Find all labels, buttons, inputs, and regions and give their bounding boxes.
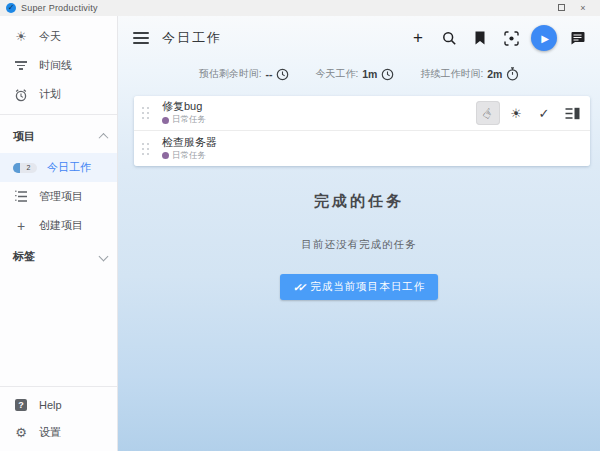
add-task-button[interactable]: + <box>407 27 429 49</box>
project-badge: 2 <box>13 163 37 173</box>
sidebar-item-today-work[interactable]: 2 今日工作 <box>0 153 117 182</box>
header-toolbar: + <box>407 25 588 51</box>
task-tags: 日常任务 <box>162 114 476 126</box>
time-stats-bar: 预估剩余时间: -- 今天工作: 1m 持续工作时间: 2m <box>118 62 600 86</box>
sidebar-item-today[interactable]: ☀ 今天 <box>0 22 117 51</box>
close-button[interactable]: × <box>572 3 594 13</box>
check-icon: ✓ <box>539 106 550 121</box>
completed-tasks-empty-text: 目前还没有完成的任务 <box>118 238 600 252</box>
tag-color-dot <box>162 152 169 159</box>
section-label: 标签 <box>13 249 100 264</box>
sidebar-item-label: 今日工作 <box>47 160 91 175</box>
page-title: 今日工作 <box>162 29 222 47</box>
sidebar-item-help[interactable]: ? Help <box>0 392 117 418</box>
sidebar-item-label: 设置 <box>39 425 61 440</box>
sun-icon: ☀ <box>13 29 29 44</box>
mark-done-button[interactable]: ✓ <box>532 101 556 125</box>
sidebar-item-label: Help <box>39 399 62 411</box>
hamburger-menu-icon[interactable] <box>133 29 149 47</box>
task-hover-actions: ☞ ☀ ✓ <box>476 101 584 125</box>
maximize-icon <box>558 4 565 11</box>
tag-label: 日常任务 <box>172 150 206 162</box>
drag-handle[interactable] <box>142 143 156 155</box>
sidebar-item-label: 计划 <box>39 87 61 102</box>
task-row[interactable]: 修复bug 日常任务 ☞ ☀ ✓ <box>134 96 590 131</box>
sidebar-divider <box>0 114 117 115</box>
task-title: 检查服务器 <box>162 136 584 149</box>
sidebar-item-plan[interactable]: 计划 <box>0 80 117 109</box>
play-icon: ▶ <box>541 33 549 44</box>
finish-day-button[interactable]: ✓✓ 完成当前项目本日工作 <box>280 274 439 300</box>
section-label: 项目 <box>13 129 100 144</box>
help-icon: ? <box>13 399 29 411</box>
maximize-button[interactable] <box>550 3 572 13</box>
sidebar-item-label: 时间线 <box>39 58 72 73</box>
sidebar-item-settings[interactable]: ⚙ 设置 <box>0 418 117 447</box>
task-content: 检查服务器 日常任务 <box>162 136 584 162</box>
clock-icon <box>381 68 394 81</box>
sidebar-item-timeline[interactable]: 时间线 <box>0 51 117 80</box>
task-list: 修复bug 日常任务 ☞ ☀ ✓ <box>134 96 590 166</box>
task-row[interactable]: 检查服务器 日常任务 <box>134 131 590 166</box>
task-tags: 日常任务 <box>162 150 584 162</box>
clock-icon <box>276 68 289 81</box>
tag-color-dot <box>162 117 169 124</box>
sidebar-section-tags[interactable]: 标签 <box>0 240 117 273</box>
sidebar-section-projects[interactable]: 项目 <box>0 120 117 153</box>
tag-label: 日常任务 <box>172 114 206 126</box>
pointer-hand-icon: ☞ <box>479 104 498 122</box>
app-logo-icon: ✓ <box>6 3 16 13</box>
sidebar: ☀ 今天 时间线 计划 项目 <box>0 16 118 451</box>
sun-icon: ☀ <box>510 106 522 121</box>
play-button[interactable]: ▶ <box>531 25 557 51</box>
task-content: 修复bug 日常任务 <box>162 100 476 126</box>
add-to-today-button[interactable]: ☀ <box>504 101 528 125</box>
stat-estimate-remaining: 预估剩余时间: -- <box>199 67 290 81</box>
completed-tasks-section: 完成的任务 目前还没有完成的任务 ✓✓ 完成当前项目本日工作 <box>118 192 600 300</box>
sidebar-item-create-project[interactable]: + 创建项目 <box>0 211 117 240</box>
chevron-down-icon <box>99 252 109 262</box>
timeline-icon <box>13 59 29 72</box>
notes-icon[interactable] <box>566 27 588 49</box>
alarm-clock-icon <box>13 88 29 102</box>
main-area: 今日工作 + <box>118 16 600 451</box>
plus-icon: + <box>13 220 29 232</box>
completed-tasks-heading: 完成的任务 <box>118 192 600 211</box>
sidebar-item-label: 创建项目 <box>39 218 83 233</box>
task-count-badge: 2 <box>20 163 37 173</box>
task-title: 修复bug <box>162 100 476 113</box>
project-color-bar <box>13 163 20 173</box>
double-check-icon: ✓✓ <box>293 281 303 293</box>
sidebar-footer: ? Help ⚙ 设置 <box>0 381 117 451</box>
sidebar-item-manage-projects[interactable]: 管理项目 <box>0 182 117 211</box>
search-icon[interactable] <box>438 27 460 49</box>
detail-panel-icon <box>565 107 580 120</box>
drag-pointer-button[interactable]: ☞ <box>476 101 500 125</box>
window-titlebar: ✓ Super Productivity × <box>0 0 600 16</box>
sidebar-item-label: 今天 <box>39 29 61 44</box>
main-header: 今日工作 + <box>118 16 600 60</box>
chevron-up-icon <box>99 133 109 143</box>
sidebar-divider <box>0 386 117 387</box>
bookmark-icon[interactable] <box>469 27 491 49</box>
open-detail-panel-button[interactable] <box>560 101 584 125</box>
finish-day-button-label: 完成当前项目本日工作 <box>310 280 425 294</box>
sidebar-item-label: 管理项目 <box>39 189 83 204</box>
gear-icon: ⚙ <box>13 425 29 440</box>
list-icon <box>13 190 29 203</box>
stopwatch-icon <box>506 67 519 81</box>
focus-mode-icon[interactable] <box>500 27 522 49</box>
drag-handle[interactable] <box>142 107 156 119</box>
app-title: Super Productivity <box>21 3 98 13</box>
stat-worked-today: 今天工作: 1m <box>315 67 394 81</box>
stat-continuous-work: 持续工作时间: 2m <box>420 67 519 81</box>
